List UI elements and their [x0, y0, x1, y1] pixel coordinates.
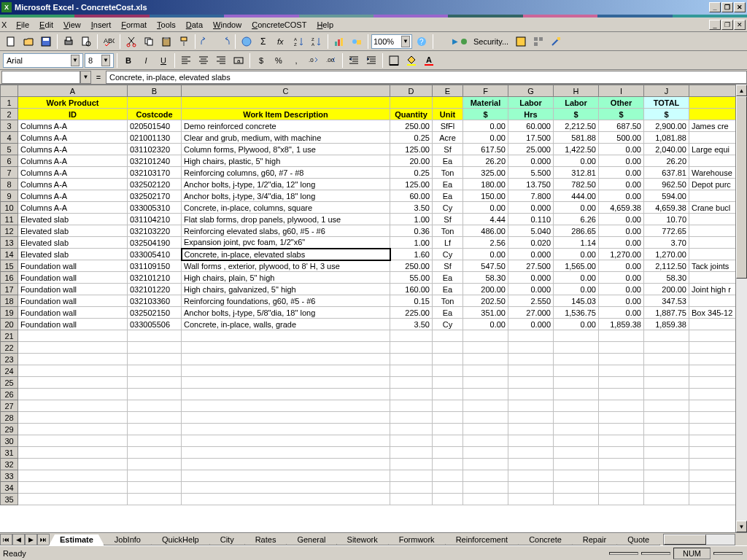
cell-I12[interactable]: 0.00: [599, 225, 644, 237]
cell-I1[interactable]: Other: [599, 97, 644, 109]
sheet-tab-quote[interactable]: Quote: [616, 534, 660, 545]
cell-G1[interactable]: Labor: [508, 97, 554, 109]
cell-empty-32-1[interactable]: [128, 459, 182, 470]
cell-B17[interactable]: 032101220: [128, 284, 182, 295]
hyperlink-button[interactable]: [239, 34, 255, 50]
cell-empty-32-5[interactable]: [463, 459, 508, 470]
cell-empty-33-2[interactable]: [182, 470, 390, 482]
scroll-thumb[interactable]: [736, 96, 747, 279]
cell-J10[interactable]: 4,659.38: [644, 202, 689, 214]
cell-empty-33-5[interactable]: [463, 470, 508, 482]
cell-K15[interactable]: Tack joints: [689, 260, 736, 272]
cell-empty-25-6[interactable]: [508, 377, 554, 389]
cell-G12[interactable]: 5.040: [508, 225, 554, 237]
cell-I2[interactable]: $: [599, 109, 644, 120]
cell-I5[interactable]: 0.00: [599, 144, 644, 155]
row-header-27[interactable]: 27: [1, 400, 18, 412]
cell-K6[interactable]: [689, 155, 736, 167]
cell-empty-23-9[interactable]: [644, 354, 689, 365]
sheet-tab-rates[interactable]: Rates: [244, 534, 287, 545]
cell-G7[interactable]: 5.500: [508, 167, 554, 179]
bold-button[interactable]: B: [120, 52, 136, 69]
row-header-10[interactable]: 10: [1, 202, 18, 214]
cell-empty-28-1[interactable]: [128, 412, 182, 424]
align-left-button[interactable]: [178, 52, 194, 69]
select-all-corner[interactable]: [1, 85, 18, 97]
cell-C2[interactable]: Work Item Description: [182, 109, 390, 120]
row-header-1[interactable]: 1: [1, 97, 18, 109]
fill-color-button[interactable]: [403, 52, 419, 69]
cell-D20[interactable]: 3.50: [390, 319, 433, 330]
cell-K2[interactable]: [689, 109, 736, 120]
cell-K10[interactable]: Crane bucl: [689, 202, 736, 214]
cell-G18[interactable]: 2.550: [508, 295, 554, 307]
cell-D3[interactable]: 250.00: [390, 120, 433, 132]
cell-F10[interactable]: 0.00: [463, 202, 508, 214]
cell-H3[interactable]: 2,212.50: [554, 120, 599, 132]
cell-empty-33-6[interactable]: [508, 470, 554, 482]
cell-empty-33-3[interactable]: [390, 470, 433, 482]
cell-empty-25-8[interactable]: [599, 377, 644, 389]
cell-G15[interactable]: 27.500: [508, 260, 554, 272]
cell-I16[interactable]: 0.00: [599, 272, 644, 284]
cell-empty-21-2[interactable]: [182, 330, 390, 342]
cell-D14[interactable]: 1.60: [390, 249, 433, 260]
cell-B19[interactable]: 032502150: [128, 307, 182, 319]
cell-A9[interactable]: Columns A-A: [18, 190, 128, 202]
cell-empty-35-8[interactable]: [599, 494, 644, 505]
cell-F7[interactable]: 325.00: [463, 167, 508, 179]
cell-empty-27-6[interactable]: [508, 400, 554, 412]
cell-K19[interactable]: Box 345-12: [689, 307, 736, 319]
doc-icon[interactable]: X: [1, 20, 7, 29]
cell-J20[interactable]: 1,859.38: [644, 319, 689, 330]
cell-C17[interactable]: High chairs, galvanized, 5" high: [182, 284, 390, 295]
cell-J13[interactable]: 3.70: [644, 237, 689, 249]
cell-empty-31-5[interactable]: [463, 447, 508, 459]
cell-B10[interactable]: 033005310: [128, 202, 182, 214]
cell-empty-27-5[interactable]: [463, 400, 508, 412]
cell-C3[interactable]: Demo reinforced concrete: [182, 120, 390, 132]
cell-empty-29-8[interactable]: [599, 424, 644, 435]
cell-empty-28-3[interactable]: [390, 412, 433, 424]
menu-concretecost[interactable]: ConcreteCOST: [247, 19, 311, 31]
cell-empty-27-1[interactable]: [128, 400, 182, 412]
cell-empty-26-0[interactable]: [18, 389, 128, 400]
cell-empty-35-7[interactable]: [554, 494, 599, 505]
font-color-button[interactable]: A: [421, 52, 437, 69]
cell-J14[interactable]: 1,270.00: [644, 249, 689, 260]
cell-empty-24-0[interactable]: [18, 365, 128, 377]
cell-empty-23-7[interactable]: [554, 354, 599, 365]
cell-I13[interactable]: 0.00: [599, 237, 644, 249]
copy-button[interactable]: [141, 34, 157, 50]
cell-K4[interactable]: [689, 132, 736, 144]
sheet-tab-city[interactable]: City: [209, 534, 245, 545]
cell-K16[interactable]: [689, 272, 736, 284]
tab-last-button[interactable]: ⏭: [37, 534, 50, 545]
cell-empty-24-4[interactable]: [433, 365, 463, 377]
cell-empty-25-10[interactable]: [689, 377, 736, 389]
cell-D8[interactable]: 125.00: [390, 179, 433, 190]
cell-F16[interactable]: 58.30: [463, 272, 508, 284]
cell-H11[interactable]: 6.26: [554, 214, 599, 225]
row-header-2[interactable]: 2: [1, 109, 18, 120]
col-header-J[interactable]: J: [644, 85, 689, 97]
cell-empty-23-3[interactable]: [390, 354, 433, 365]
cell-empty-29-4[interactable]: [433, 424, 463, 435]
cell-E19[interactable]: Ea: [433, 307, 463, 319]
cell-C1[interactable]: [182, 97, 390, 109]
row-header-29[interactable]: 29: [1, 424, 18, 435]
cell-E16[interactable]: Ea: [433, 272, 463, 284]
cell-B8[interactable]: 032502120: [128, 179, 182, 190]
cell-G14[interactable]: 0.000: [508, 249, 554, 260]
cell-G6[interactable]: 0.000: [508, 155, 554, 167]
control-toolbox-button[interactable]: [530, 34, 546, 50]
cell-J5[interactable]: 2,040.00: [644, 144, 689, 155]
cell-empty-30-6[interactable]: [508, 435, 554, 447]
cell-D10[interactable]: 3.50: [390, 202, 433, 214]
cell-empty-24-2[interactable]: [182, 365, 390, 377]
cell-J17[interactable]: 200.00: [644, 284, 689, 295]
cell-empty-30-5[interactable]: [463, 435, 508, 447]
underline-button[interactable]: U: [155, 52, 171, 69]
cell-H4[interactable]: 581.88: [554, 132, 599, 144]
sort-desc-button[interactable]: ZA: [309, 34, 325, 50]
